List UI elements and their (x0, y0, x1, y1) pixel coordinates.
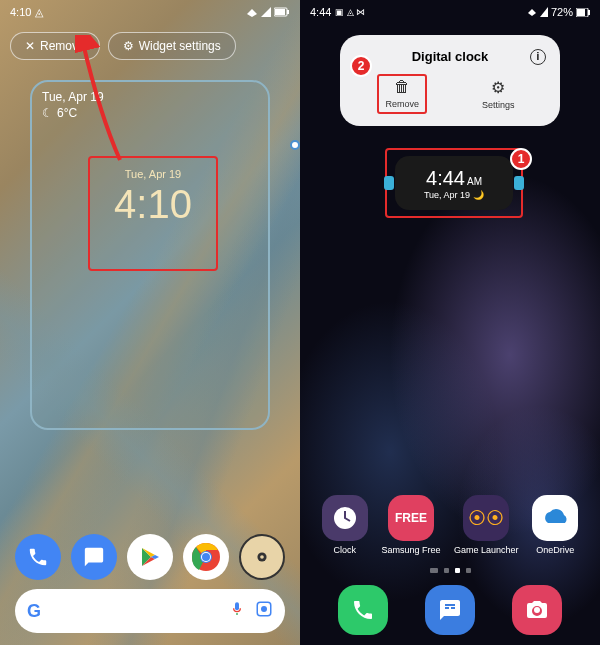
onedrive-app[interactable]: OneDrive (532, 495, 578, 555)
popup-remove-button[interactable]: 🗑 Remove (377, 74, 427, 114)
messages-app[interactable] (71, 534, 117, 580)
wifi-icon (246, 7, 258, 17)
signal-icon (540, 7, 548, 17)
game-launcher-app[interactable]: ⦿⦿ Game Launcher (454, 495, 519, 555)
status-bar: 4:10 ◬ (0, 0, 300, 24)
phone-app[interactable] (338, 585, 388, 635)
widget-time: 4:44AM (426, 167, 482, 190)
page-indicator[interactable] (300, 568, 600, 573)
status-icon: ◬ (35, 6, 43, 19)
widget-date: Tue, Apr 19🌙 (424, 190, 484, 200)
moon-icon: ☾ (42, 106, 53, 120)
resize-handle-right[interactable] (514, 176, 524, 190)
widget-popup: Digital clock i 🗑 Remove ⚙ Settings (340, 35, 560, 126)
svg-rect-1 (275, 9, 285, 15)
status-right (246, 7, 290, 17)
moon-icon: 🌙 (473, 190, 484, 200)
pixel-home-screen: 4:10 ◬ ✕ Remove ⚙ Widget settings Tue, A… (0, 0, 300, 645)
popup-title: Digital clock (412, 49, 489, 64)
settings-label: Widget settings (139, 39, 221, 53)
app-row: Clock FREE Samsung Free ⦿⦿ Game Launcher… (300, 495, 600, 555)
play-store-app[interactable] (127, 534, 173, 580)
settings-label: Settings (482, 100, 515, 110)
messages-app[interactable] (425, 585, 475, 635)
resize-handle-left[interactable] (384, 176, 394, 190)
resize-handle[interactable] (290, 140, 300, 150)
signal-icon (261, 7, 271, 17)
battery-icon (274, 7, 290, 17)
svg-rect-2 (287, 10, 289, 14)
dot-active (455, 568, 460, 573)
samsung-dock (300, 585, 600, 635)
status-time: 4:10 (10, 6, 31, 18)
home-dot (430, 568, 438, 573)
callout-2: 2 (350, 55, 372, 77)
status-icons: ▣ ◬ ⋈ (335, 7, 365, 17)
annotation-arrow (75, 35, 135, 169)
google-logo: G (27, 601, 41, 622)
svg-point-11 (261, 606, 267, 612)
svg-point-9 (260, 555, 264, 559)
info-icon[interactable]: i (530, 49, 546, 65)
clock-widget[interactable]: Tue, Apr 19 4:10 (88, 156, 218, 271)
svg-point-7 (202, 553, 210, 561)
dot (466, 568, 471, 573)
chrome-app[interactable] (183, 534, 229, 580)
remove-label: Remove (385, 99, 419, 109)
clock-date: Tue, Apr 19 (98, 168, 208, 180)
digital-clock-widget[interactable]: 4:44AM Tue, Apr 19🌙 (385, 148, 523, 218)
battery-pct: 72% (551, 6, 573, 18)
dot (444, 568, 449, 573)
search-bar[interactable]: G (15, 589, 285, 633)
popup-settings-button[interactable]: ⚙ Settings (474, 74, 523, 114)
samsung-home-screen: 4:44 ▣ ◬ ⋈ 72% Digital clock i 🗑 Remove … (300, 0, 600, 645)
close-icon: ✕ (25, 39, 35, 53)
svg-rect-14 (588, 10, 590, 15)
wifi-icon (527, 7, 537, 17)
battery-icon (576, 8, 590, 17)
clock-app[interactable]: Clock (322, 495, 368, 555)
gear-icon: ⚙ (491, 78, 505, 97)
camera-app[interactable] (512, 585, 562, 635)
samsung-free-app[interactable]: FREE Samsung Free (381, 495, 440, 555)
dock (0, 534, 300, 580)
callout-1: 1 (510, 148, 532, 170)
trash-icon: 🗑 (394, 78, 410, 96)
lens-icon[interactable] (255, 600, 273, 622)
phone-app[interactable] (15, 534, 61, 580)
camera-app[interactable] (239, 534, 285, 580)
mic-icon[interactable] (229, 601, 245, 621)
svg-rect-13 (577, 9, 585, 16)
status-bar: 4:44 ▣ ◬ ⋈ 72% (300, 0, 600, 24)
clock-time: 4:10 (98, 184, 208, 224)
status-time: 4:44 (310, 6, 331, 18)
